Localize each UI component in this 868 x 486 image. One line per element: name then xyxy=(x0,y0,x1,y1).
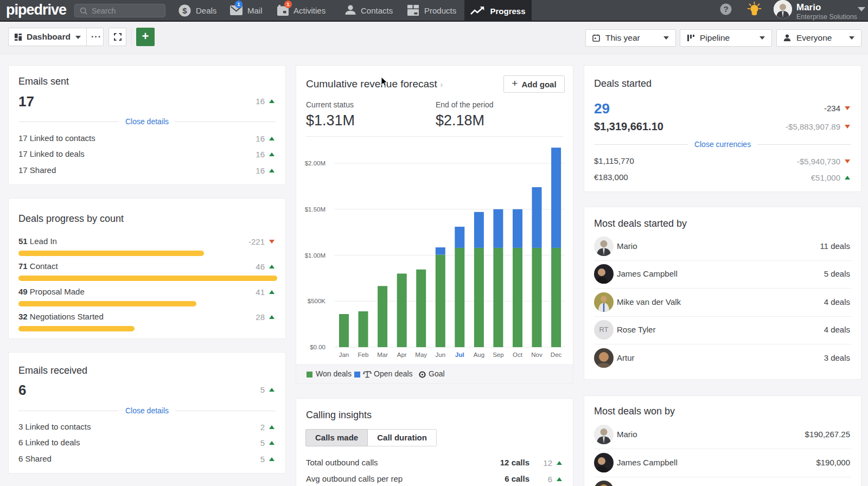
svg-text:Jan: Jan xyxy=(339,351,349,358)
svg-text:$500K: $500K xyxy=(308,298,326,304)
svg-text:$0.00: $0.00 xyxy=(310,344,326,350)
svg-text:Dec: Dec xyxy=(551,351,562,358)
svg-text:Aug: Aug xyxy=(474,351,484,358)
svg-text:$2.00M: $2.00M xyxy=(305,160,326,167)
svg-text:Oct: Oct xyxy=(513,351,523,358)
svg-text:Jun: Jun xyxy=(436,351,446,358)
svg-text:$1.50M: $1.50M xyxy=(305,206,326,213)
svg-text:Feb: Feb xyxy=(358,351,369,358)
svg-text:?: ? xyxy=(723,4,728,14)
svg-text:Apr: Apr xyxy=(397,351,407,358)
svg-text:Jul: Jul xyxy=(455,351,464,358)
svg-text:Nov: Nov xyxy=(531,351,542,358)
svg-text:May: May xyxy=(415,351,427,358)
svg-text:Mar: Mar xyxy=(377,351,388,358)
svg-text:Sep: Sep xyxy=(493,351,503,358)
svg-text:$1.00M: $1.00M xyxy=(305,252,326,259)
svg-text:$: $ xyxy=(182,6,187,15)
